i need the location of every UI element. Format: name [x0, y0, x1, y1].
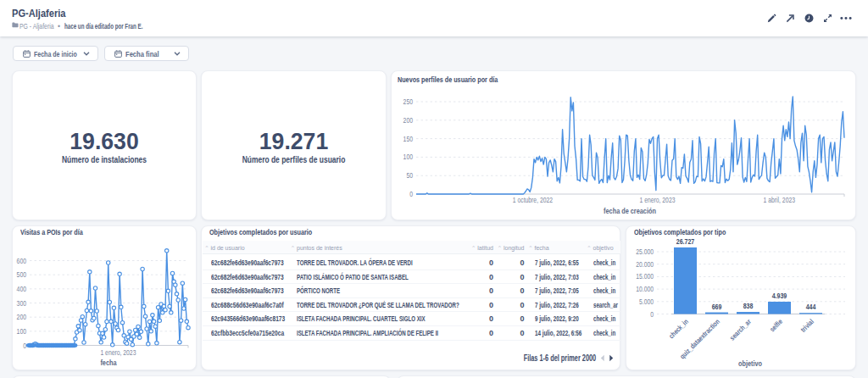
header-toolbar [764, 10, 854, 25]
y-tick-label: 5.000 [639, 297, 654, 306]
table-cell-obj: check_in [593, 286, 615, 295]
edit-button[interactable] [764, 10, 779, 25]
share-button[interactable] [782, 10, 798, 25]
sort-caret-icon: ^ [588, 245, 591, 250]
data-point-marker [86, 300, 90, 303]
data-point-marker [109, 320, 113, 323]
app-header: PG-Aljaferia PG - Aljaferia • hace un dí… [0, 0, 868, 36]
table-card-objetivos-usuario: Objetivos completados por usuario ^id de… [201, 225, 620, 370]
data-point-marker [155, 342, 159, 345]
data-point-marker [102, 336, 105, 339]
y-tick-label: 250 [403, 97, 414, 106]
column-header-poi[interactable]: ^puntos de interés [297, 245, 342, 251]
y-tick-label: 100 [403, 153, 414, 161]
data-point-marker [111, 343, 114, 347]
row-separator [203, 270, 620, 270]
table-cell-poi: PATIO ISLÁMICO Ó PATIO DE SANTA ISABEL [297, 273, 409, 281]
table-cell-lon: 0 [520, 258, 524, 267]
table-cell-id: 62c943566d63e90aaf6c8173 [211, 314, 285, 323]
table-cell-id: 62c688c56d63e90aaf6c7a0f [211, 301, 284, 309]
bar-chart-objetivos-tipo[interactable]: 05.00010.00015.00020.00025.000objetivo26… [626, 226, 857, 371]
pagination-info: Filas 1-6 del primer 2000 [523, 353, 596, 363]
data-point-marker [108, 300, 111, 303]
date-end-filter[interactable]: Fecha final [104, 46, 189, 61]
line-chart-nuevos-perfiles[interactable]: 050100150200250fecha de creación1 octubr… [392, 71, 857, 221]
fullscreen-button[interactable] [820, 10, 835, 25]
x-tick-label: 1 abril, 2023 [764, 196, 796, 204]
data-point-marker [183, 297, 186, 301]
data-point-marker [122, 334, 125, 337]
fullscreen-expand-icon [823, 14, 832, 23]
data-point-marker [153, 325, 157, 328]
history-button[interactable] [801, 10, 816, 25]
data-point-marker [93, 286, 97, 290]
bar[interactable] [674, 247, 697, 314]
data-point-marker [114, 322, 117, 325]
y-tick-label: 150 [403, 135, 414, 143]
data-point-marker [178, 341, 181, 344]
data-point-marker [185, 320, 188, 323]
date-start-filter[interactable]: Fecha de inicio [13, 46, 98, 61]
x-axis-title: fecha [100, 358, 117, 367]
row-separator [203, 297, 620, 298]
column-header-lat[interactable]: ^latitud [477, 245, 493, 251]
table-cell-id: 62cfbb3ecc5cfe0a715e20ca [211, 329, 284, 337]
data-point-marker [168, 304, 171, 308]
chevron-down-icon [174, 52, 181, 56]
table-cell-obj: check_in [593, 314, 615, 323]
y-tick-label: 10.000 [636, 285, 654, 293]
last-edited-info[interactable]: hace un día editado por Fran E. [64, 22, 142, 31]
kpi-value-perfiles: 19.271 [206, 128, 381, 155]
table-header-band [203, 241, 620, 254]
table-cell-poi: TORRE DEL TROVADOR ¿POR QUÉ SE LLAMA DEL… [297, 301, 459, 309]
x-tick-label: 1 enero, 2023 [100, 348, 136, 357]
folder-icon [12, 22, 19, 28]
breadcrumb-report-link[interactable]: PG - Aljaferia [19, 22, 54, 31]
data-point-marker [175, 292, 178, 296]
data-point-marker [162, 304, 165, 308]
table-cell-lat: 0 [489, 273, 493, 281]
chart-card-nuevos-perfiles: Nuevos perfiles de usuario por día 05010… [391, 70, 856, 220]
data-point-marker [149, 330, 153, 333]
bar[interactable] [705, 313, 728, 314]
bar[interactable] [737, 312, 760, 314]
data-point-marker [165, 249, 169, 253]
column-header-id[interactable]: ^id de usuario [211, 245, 245, 251]
y-tick-label: 500 [17, 270, 27, 279]
data-point-marker [120, 321, 124, 325]
table-cell-lon: 0 [520, 273, 524, 281]
data-point-marker [76, 325, 80, 328]
data-point-marker [147, 342, 150, 346]
table-cell-obj: check_in [593, 329, 615, 337]
table-cell-fec: 7 julio, 2022, 7:03 [535, 273, 579, 281]
pagination-prev-icon[interactable] [599, 354, 605, 362]
column-header-fec[interactable]: ^fecha [535, 245, 549, 251]
data-point-marker [181, 281, 184, 285]
sort-caret-icon: ^ [206, 245, 209, 250]
column-header-obj[interactable]: ^objetivo [593, 245, 614, 251]
data-point-marker [141, 267, 144, 270]
x-tick-label: 1 enero, 2023 [639, 196, 675, 204]
data-point-marker [170, 271, 174, 275]
data-point-marker [79, 319, 82, 322]
y-tick-label: 20.000 [636, 260, 654, 269]
table-cell-poi: ISLETA FACHADA PRINCIPAL. AMPLIACIÓN DE … [297, 329, 438, 337]
column-header-lon[interactable]: ^longitud [504, 245, 525, 251]
bar[interactable] [768, 302, 791, 314]
table-cell-lat: 0 [489, 329, 493, 337]
more-options-button[interactable] [838, 10, 854, 25]
table-cell-obj: search_ar [593, 301, 618, 309]
line-chart-visitas-pois[interactable]: 0100200300400500600fecha1 enero, 2023 [13, 226, 198, 371]
data-point-marker [92, 316, 96, 320]
x-tick-label: 1 octubre, 2022 [513, 196, 554, 204]
pagination-next-icon[interactable] [609, 354, 615, 362]
data-point-marker [164, 309, 167, 312]
table-cell-fec: 7 julio, 2022, 7:26 [535, 301, 579, 309]
sort-caret-icon: ^ [292, 245, 294, 250]
table-cell-lon: 0 [520, 301, 524, 309]
bar[interactable] [799, 313, 822, 314]
data-point-marker [81, 315, 84, 319]
y-tick-label: 600 [17, 257, 27, 265]
x-axis-title: fecha de creación [604, 206, 656, 215]
data-point-marker [176, 298, 180, 302]
